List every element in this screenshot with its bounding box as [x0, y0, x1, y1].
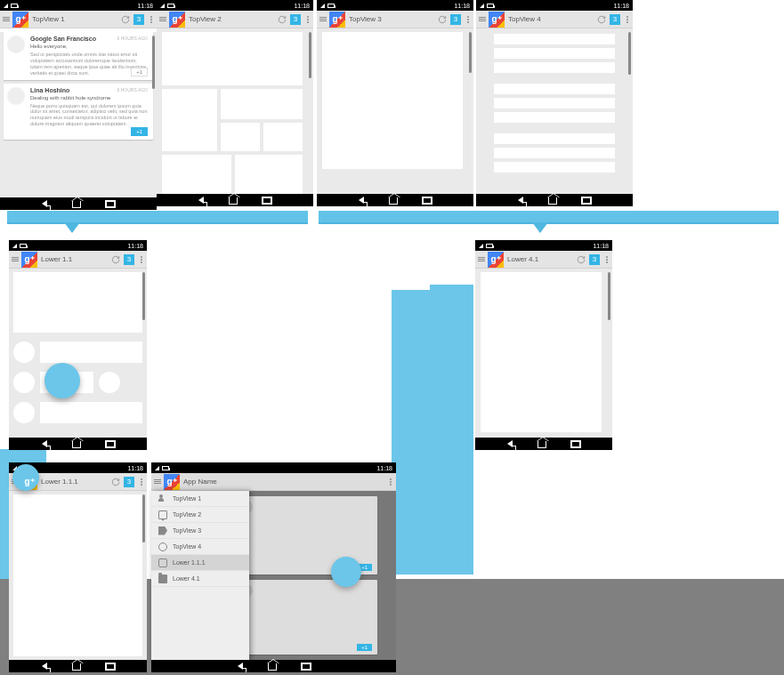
drawer-icon[interactable] — [157, 11, 169, 28]
actionbar-title: TopView 2 — [185, 15, 276, 23]
refresh-icon[interactable] — [109, 253, 122, 266]
overflow-icon[interactable] — [385, 478, 396, 486]
wireframe-block — [13, 494, 142, 656]
refresh-icon[interactable] — [276, 13, 288, 26]
scroll-indicator — [608, 272, 610, 320]
back-icon[interactable] — [507, 440, 513, 447]
home-icon[interactable] — [72, 441, 81, 448]
home-icon[interactable] — [72, 201, 81, 208]
recents-icon[interactable] — [263, 197, 271, 204]
drawer-item-topview4[interactable]: TopView 4 — [151, 539, 249, 555]
drawer-item-label: TopView 2 — [173, 511, 201, 518]
drawer-icon[interactable] — [0, 11, 12, 28]
post-body: Neque porro quisquam est, qui dolorem ip… — [30, 103, 148, 128]
list-row — [494, 133, 615, 144]
recents-icon[interactable] — [106, 441, 115, 447]
device-topview1: 11:18 g⁺ TopView 1 3 6 HOURS AGO Google … — [0, 0, 157, 206]
overflow-icon[interactable] — [463, 16, 473, 23]
drawer-item-topview2[interactable]: TopView 2 — [151, 507, 249, 523]
status-time: 11:18 — [137, 3, 153, 9]
scroll-indicator — [152, 36, 155, 89]
overflow-icon[interactable] — [303, 16, 313, 23]
plus-one-button: +1 — [357, 644, 372, 651]
signal-icon — [479, 244, 483, 248]
refresh-icon[interactable] — [575, 253, 587, 266]
action-bar: g⁺ TopView 2 3 — [157, 11, 313, 28]
home-icon[interactable] — [268, 663, 277, 671]
drawer-item-topview1[interactable]: TopView 1 — [151, 491, 249, 507]
back-icon[interactable] — [198, 197, 204, 204]
battery-icon — [486, 244, 493, 248]
g-plus-logo-icon: g⁺ — [488, 252, 504, 268]
drawer-item-topview3[interactable]: TopView 3 — [151, 523, 249, 539]
status-bar: 11:18 — [157, 0, 313, 11]
drawer-icon[interactable] — [317, 11, 329, 28]
list-row — [13, 340, 142, 365]
drawer-icon[interactable] — [151, 473, 164, 490]
notification-badge[interactable]: 3 — [290, 14, 301, 25]
list-row — [494, 34, 615, 44]
back-icon[interactable] — [359, 197, 364, 204]
recents-icon[interactable] — [106, 201, 115, 207]
scroll-indicator — [309, 32, 311, 78]
refresh-icon[interactable] — [595, 13, 608, 26]
overflow-icon[interactable] — [136, 256, 147, 263]
action-bar: g⁺ TopView 4 3 — [476, 11, 633, 28]
wireframe-block — [235, 155, 303, 194]
actionbar-title: TopView 1 — [28, 15, 119, 23]
plus-one-button[interactable]: +1 — [131, 127, 148, 136]
back-icon[interactable] — [42, 663, 47, 670]
battery-icon — [487, 4, 494, 8]
row-bar — [40, 342, 142, 363]
post-card[interactable]: 6 HOURS AGO Lina Hoshino Dealing with ra… — [4, 84, 153, 141]
drawer-icon[interactable] — [9, 251, 21, 268]
avatar — [7, 87, 25, 105]
g-plus-logo-icon: g⁺ — [489, 12, 505, 28]
drawer-item-lower41[interactable]: Lower 4.1 — [151, 571, 249, 587]
drawer-icon[interactable] — [475, 251, 488, 268]
refresh-icon[interactable] — [436, 13, 449, 26]
message-icon — [158, 510, 167, 519]
action-bar: g⁺ TopView 3 3 — [317, 11, 473, 28]
home-icon[interactable] — [229, 197, 238, 205]
home-icon[interactable] — [548, 197, 557, 205]
overflow-icon[interactable] — [602, 256, 612, 263]
recents-icon[interactable] — [582, 197, 591, 204]
refresh-icon[interactable] — [119, 13, 132, 26]
actionbar-title: TopView 3 — [345, 15, 436, 23]
back-icon[interactable] — [238, 663, 243, 670]
plus-one-button[interactable]: +1 — [131, 68, 148, 76]
recents-icon[interactable] — [423, 197, 432, 204]
refresh-icon[interactable] — [109, 476, 122, 488]
back-icon[interactable] — [518, 197, 523, 204]
content-area: 6 HOURS AGO Google San Francisco Hello e… — [0, 32, 157, 197]
home-icon[interactable] — [389, 197, 398, 205]
overflow-icon[interactable] — [622, 16, 633, 23]
drawer-item-lower111[interactable]: Lower 1.1.1 — [151, 555, 249, 571]
drawer-icon[interactable] — [476, 11, 489, 28]
overflow-icon[interactable] — [146, 16, 157, 23]
notification-badge[interactable]: 3 — [124, 477, 134, 487]
overflow-icon[interactable] — [136, 478, 147, 486]
content-area — [157, 28, 313, 194]
notification-badge[interactable]: 3 — [133, 14, 144, 25]
notification-badge[interactable]: 3 — [450, 14, 461, 25]
recents-icon[interactable] — [302, 663, 311, 670]
recents-icon[interactable] — [106, 663, 115, 670]
notification-badge[interactable]: 3 — [124, 254, 134, 265]
home-icon[interactable] — [72, 663, 81, 671]
status-bar: 11:18 — [317, 0, 473, 11]
nav-bar — [9, 660, 147, 672]
notification-badge[interactable]: 3 — [610, 14, 620, 25]
status-bar: 11:18 — [476, 0, 633, 11]
back-icon[interactable] — [42, 440, 47, 447]
back-icon[interactable] — [42, 200, 47, 207]
recents-icon[interactable] — [571, 441, 580, 447]
scroll-indicator — [142, 494, 145, 542]
connector-arrow-to-lower41 — [532, 222, 548, 233]
notification-badge[interactable]: 3 — [589, 254, 600, 265]
home-icon[interactable] — [537, 441, 546, 448]
post-card[interactable]: 6 HOURS AGO Google San Francisco Hello e… — [4, 32, 153, 80]
wireframe-block — [322, 32, 463, 169]
list-row — [494, 162, 615, 173]
